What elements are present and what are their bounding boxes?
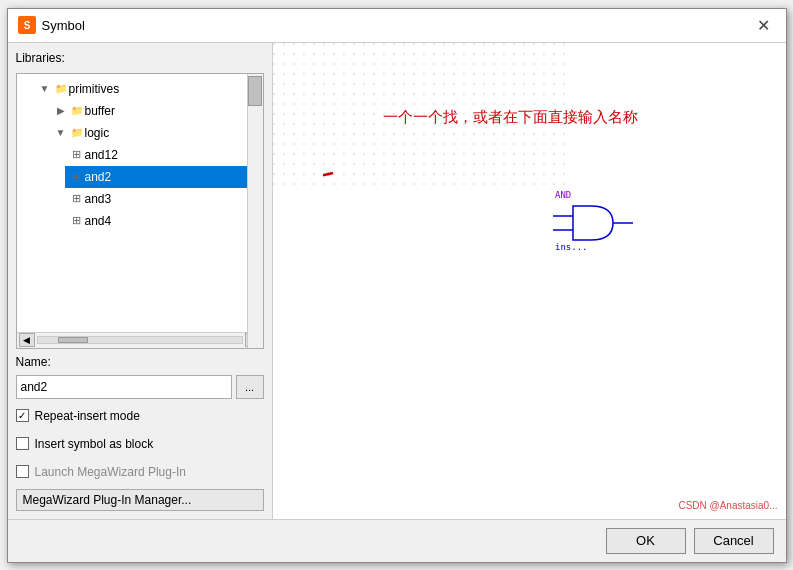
- tree-hscroll[interactable]: ◀ ▶: [17, 332, 263, 348]
- folder-open-icon-logic: 📁: [69, 127, 85, 138]
- checkbox-megawizard[interactable]: Launch MegaWizard Plug-In: [16, 461, 264, 483]
- expand-icon-logic: ▼: [53, 127, 69, 138]
- svg-text:ins...: ins...: [555, 242, 588, 252]
- megawizard-launch-label: Launch MegaWizard Plug-In: [35, 465, 186, 479]
- hscroll-track[interactable]: [37, 336, 243, 344]
- close-button[interactable]: ✕: [752, 13, 776, 37]
- tree-item-and3[interactable]: ⊞ and3: [65, 188, 263, 210]
- name-row: ...: [16, 375, 264, 399]
- title-bar: S Symbol ✕: [8, 9, 786, 43]
- chip-icon-and12: ⊞: [69, 148, 85, 161]
- tree-scrollbar-v[interactable]: [247, 74, 263, 348]
- dialog-icon: S: [18, 16, 36, 34]
- symbol-dialog: S Symbol ✕ Libraries: ▼ 📁 primitives: [7, 8, 787, 563]
- tree-label-primitives: primitives: [69, 82, 120, 96]
- hscroll-thumb: [58, 337, 88, 343]
- annotation-text: 一个一个找，或者在下面直接输入名称: [383, 108, 638, 127]
- tree-item-buffer[interactable]: ▶ 📁 buffer: [49, 100, 263, 122]
- gate-preview-svg: AND ins...: [553, 188, 673, 268]
- block-checkbox[interactable]: [16, 437, 29, 450]
- name-input[interactable]: [16, 375, 232, 399]
- tree-item-and12[interactable]: ⊞ and12: [65, 144, 263, 166]
- tree-container: ▼ 📁 primitives ▶ 📁 buffer ▼ 📁 logic: [16, 73, 264, 349]
- hscroll-left-btn[interactable]: ◀: [19, 333, 35, 347]
- scrollbar-thumb-v: [248, 76, 262, 106]
- title-bar-left: S Symbol: [18, 16, 85, 34]
- tree-label-and12: and12: [85, 148, 118, 162]
- dialog-footer: OK Cancel: [8, 519, 786, 562]
- tree-item-logic[interactable]: ▼ 📁 logic: [49, 122, 263, 144]
- tree-inner[interactable]: ▼ 📁 primitives ▶ 📁 buffer ▼ 📁 logic: [17, 74, 263, 332]
- folder-icon-buffer: 📁: [69, 105, 85, 116]
- name-label: Name:: [16, 355, 264, 369]
- dialog-title: Symbol: [42, 18, 85, 33]
- chip-icon-and4: ⊞: [69, 214, 85, 227]
- ok-button[interactable]: OK: [606, 528, 686, 554]
- repeat-checkbox[interactable]: [16, 409, 29, 422]
- repeat-label: Repeat-insert mode: [35, 409, 140, 423]
- expand-icon-primitives: ▼: [37, 83, 53, 94]
- left-panel: Libraries: ▼ 📁 primitives ▶ 📁 buffer: [8, 43, 273, 519]
- cancel-button[interactable]: Cancel: [694, 528, 774, 554]
- megawizard-button[interactable]: MegaWizard Plug-In Manager...: [16, 489, 264, 511]
- tree-label-and3: and3: [85, 192, 112, 206]
- svg-text:S: S: [23, 20, 30, 31]
- folder-open-icon-primitives: 📁: [53, 83, 69, 94]
- tree-item-and4[interactable]: ⊞ and4: [65, 210, 263, 232]
- chip-icon-and3: ⊞: [69, 192, 85, 205]
- libraries-label: Libraries:: [16, 51, 264, 65]
- tree-label-and4: and4: [85, 214, 112, 228]
- dialog-body: Libraries: ▼ 📁 primitives ▶ 📁 buffer: [8, 43, 786, 519]
- checkbox-repeat[interactable]: Repeat-insert mode: [16, 405, 264, 427]
- tree-label-buffer: buffer: [85, 104, 115, 118]
- name-section: Name: ...: [16, 355, 264, 399]
- checkbox-block[interactable]: Insert symbol as block: [16, 433, 264, 455]
- svg-text:AND: AND: [555, 190, 571, 200]
- expand-icon-buffer: ▶: [53, 105, 69, 116]
- tree-item-primitives[interactable]: ▼ 📁 primitives: [33, 78, 263, 100]
- browse-button[interactable]: ...: [236, 375, 264, 399]
- tree-label-logic: logic: [85, 126, 110, 140]
- tree-item-and2[interactable]: ⊞ and2: [65, 166, 263, 188]
- right-panel: 一个一个找，或者在下面直接输入名称 AND: [273, 43, 786, 519]
- block-label: Insert symbol as block: [35, 437, 154, 451]
- tree-label-and2: and2: [85, 170, 112, 184]
- csdn-watermark: CSDN @Anastasia0...: [678, 500, 777, 511]
- megawizard-checkbox[interactable]: [16, 465, 29, 478]
- chip-icon-and2: ⊞: [69, 170, 85, 183]
